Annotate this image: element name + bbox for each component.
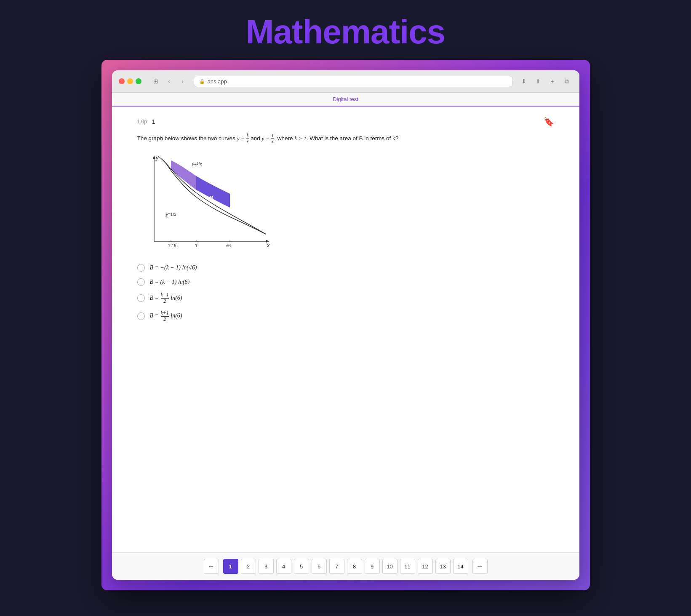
address-bar[interactable]: 🔒 ans.app [194, 76, 513, 87]
question-points: 1.0p [137, 119, 147, 125]
page-button-6[interactable]: 6 [312, 559, 327, 574]
svg-text:B: B [210, 195, 213, 200]
browser-nav-icons: ⊞ ‹ › [150, 75, 189, 87]
answer-options: B = −(k − 1) ln(√6) B = (k − 1) ln(6) B … [137, 264, 554, 322]
svg-text:√6: √6 [226, 243, 231, 248]
radio-d[interactable] [137, 312, 145, 320]
browser-action-icons: ⬇ ⬆ + ⧉ [518, 75, 573, 87]
radio-b[interactable] [137, 278, 145, 286]
maximize-button[interactable] [136, 78, 141, 84]
page-button-3[interactable]: 3 [259, 559, 274, 574]
browser-titlebar: ⊞ ‹ › 🔒 ans.app ⬇ ⬆ + ⧉ [112, 70, 579, 93]
answer-option-c[interactable]: B = k−12 ln(6) [137, 293, 554, 304]
answer-option-b[interactable]: B = (k − 1) ln(6) [137, 278, 554, 286]
page-button-12[interactable]: 12 [418, 559, 433, 574]
answer-text-b: B = (k − 1) ln(6) [150, 278, 190, 285]
traffic-lights [119, 78, 141, 84]
svg-text:y: y [155, 155, 159, 161]
page-button-1[interactable]: 1 [223, 559, 238, 574]
tab-bar: Digital test [112, 93, 579, 107]
page-button-10[interactable]: 10 [382, 559, 398, 574]
download-icon[interactable]: ⬇ [518, 75, 530, 87]
radio-a[interactable] [137, 264, 145, 272]
page-button-11[interactable]: 11 [400, 559, 415, 574]
radio-c[interactable] [137, 294, 145, 302]
tabs-icon[interactable]: ⧉ [561, 75, 573, 87]
page-button-8[interactable]: 8 [347, 559, 362, 574]
page-button-2[interactable]: 2 [241, 559, 256, 574]
pagination: ← 1 2 3 4 5 6 7 8 9 10 11 12 13 14 → [112, 552, 579, 580]
svg-text:1: 1 [195, 243, 197, 248]
page-button-4[interactable]: 4 [276, 559, 291, 574]
browser-window: ⊞ ‹ › 🔒 ans.app ⬇ ⬆ + ⧉ Digital test [112, 70, 579, 580]
page-button-9[interactable]: 9 [365, 559, 380, 574]
svg-text:1
              /
            : 1 / 6 [168, 243, 176, 248]
page-button-5[interactable]: 5 [294, 559, 309, 574]
question-number: 1 [152, 118, 155, 125]
answer-text-c: B = k−12 ln(6) [150, 293, 182, 304]
svg-marker-2 [153, 155, 155, 159]
question-header: 1.0p 1 🔖 [137, 117, 554, 127]
sidebar-toggle-icon[interactable]: ⊞ [150, 75, 162, 87]
page-button-14[interactable]: 14 [453, 559, 468, 574]
close-button[interactable] [119, 78, 125, 84]
page-button-13[interactable]: 13 [435, 559, 451, 574]
answer-text-a: B = −(k − 1) ln(√6) [150, 264, 197, 271]
new-tab-icon[interactable]: + [547, 75, 558, 87]
url-text: ans.app [208, 78, 227, 85]
graph-container: y x 1 / 6 1 √6 [137, 153, 554, 254]
browser-content: 1.0p 1 🔖 The graph below shows the two c… [112, 107, 579, 580]
minimize-button[interactable] [127, 78, 133, 84]
svg-text:y=1/x: y=1/x [165, 212, 176, 217]
answer-text-d: B = k+12 ln(6) [150, 311, 182, 322]
share-icon[interactable]: ⬆ [532, 75, 544, 87]
forward-icon[interactable]: › [177, 75, 189, 87]
svg-text:x: x [267, 242, 270, 248]
question-meta: 1.0p 1 [137, 118, 155, 125]
graph-svg: y x 1 / 6 1 √6 [137, 153, 272, 254]
tab-digital-test[interactable]: Digital test [333, 96, 358, 102]
back-icon[interactable]: ‹ [163, 75, 175, 87]
question-text: The graph below shows the two curves y =… [137, 133, 554, 144]
question-area: 1.0p 1 🔖 The graph below shows the two c… [112, 107, 579, 552]
prev-page-button[interactable]: ← [204, 559, 219, 574]
page-title: Mathematics [246, 0, 446, 60]
desktop-background: ⊞ ‹ › 🔒 ans.app ⬇ ⬆ + ⧉ Digital test [101, 60, 590, 590]
svg-text:y=k/x: y=k/x [192, 162, 203, 166]
bookmark-icon[interactable]: 🔖 [544, 117, 554, 127]
next-page-button[interactable]: → [472, 559, 488, 574]
answer-option-d[interactable]: B = k+12 ln(6) [137, 311, 554, 322]
page-button-7[interactable]: 7 [329, 559, 344, 574]
answer-option-a[interactable]: B = −(k − 1) ln(√6) [137, 264, 554, 272]
lock-icon: 🔒 [199, 79, 205, 84]
